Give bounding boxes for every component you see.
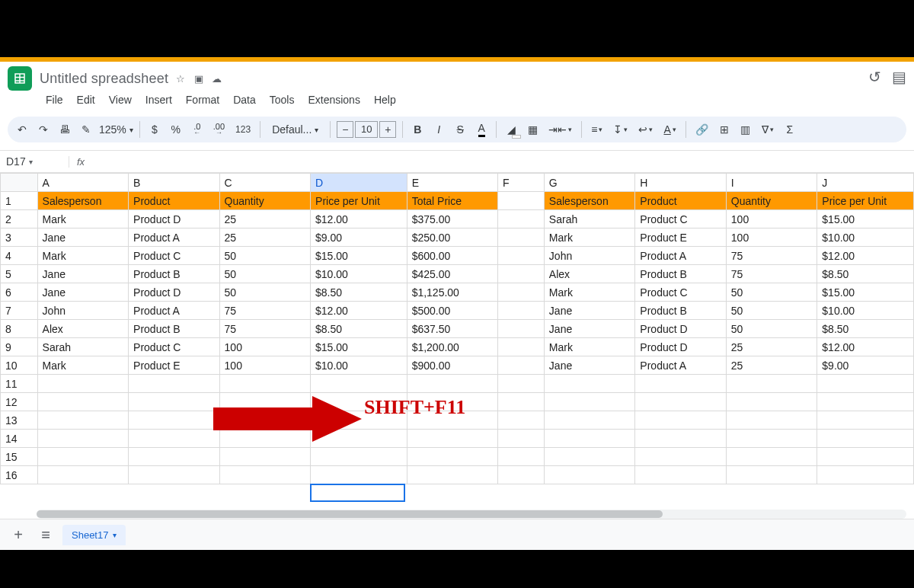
row-header-11[interactable]: 11 [1,375,38,393]
cell-I13[interactable] [726,411,817,430]
cell-E12[interactable] [407,393,497,411]
cell-G3[interactable]: Mark [544,228,634,247]
cell-B5[interactable]: Product B [129,265,219,283]
cell-J4[interactable]: $12.00 [817,247,914,265]
cell-I1[interactable]: Quantity [726,192,817,210]
cell-A7[interactable]: John [37,302,128,320]
cell-A15[interactable] [37,448,128,466]
cell-E8[interactable]: $637.50 [407,320,497,338]
row-header-2[interactable]: 2 [1,210,38,228]
cell-F11[interactable] [498,375,545,393]
undo-icon[interactable]: ↶ [14,120,30,139]
scrollbar-thumb[interactable] [37,510,663,518]
row-header-12[interactable]: 12 [1,393,38,411]
column-header-I[interactable]: I [726,174,817,192]
cell-B1[interactable]: Product [129,192,219,210]
cell-G10[interactable]: Jane [544,356,634,375]
move-to-drive-icon[interactable]: ▣ [194,73,203,85]
cell-C4[interactable]: 50 [219,247,310,265]
cell-D15[interactable] [311,448,407,466]
horizontal-align-button[interactable]: ≡▾ [588,120,606,139]
cell-F5[interactable] [498,265,545,283]
row-header-5[interactable]: 5 [1,265,38,283]
cell-H1[interactable]: Product [635,192,726,210]
cell-I12[interactable] [726,393,817,411]
cell-H14[interactable] [635,430,726,448]
cell-J15[interactable] [817,448,914,466]
cell-D13[interactable] [311,411,407,430]
cell-A5[interactable]: Jane [37,265,128,283]
cell-I11[interactable] [726,375,817,393]
cell-I8[interactable]: 50 [726,320,817,338]
cell-E4[interactable]: $600.00 [407,247,497,265]
cell-I16[interactable] [726,466,817,484]
cell-F2[interactable] [498,210,545,228]
font-family-dropdown[interactable]: Defaul... ▾ [267,123,324,136]
cell-I9[interactable]: 25 [726,338,817,356]
cell-G8[interactable]: Jane [544,320,634,338]
cell-B8[interactable]: Product B [129,320,219,338]
cell-E9[interactable]: $1,200.00 [407,338,497,356]
cell-A2[interactable]: Mark [37,210,128,228]
formula-input[interactable] [92,157,914,166]
cell-C12[interactable] [219,393,310,411]
row-header-4[interactable]: 4 [1,247,38,265]
cell-F15[interactable] [498,448,545,466]
column-header-C[interactable]: C [219,174,310,192]
row-header-8[interactable]: 8 [1,320,38,338]
text-color-button[interactable]: A [473,120,490,139]
cell-E5[interactable]: $425.00 [407,265,497,283]
column-header-D[interactable]: D [311,174,407,192]
row-header-13[interactable]: 13 [1,411,38,430]
cell-C10[interactable]: 100 [219,356,310,375]
cell-B14[interactable] [129,430,219,448]
cell-F3[interactable] [498,228,545,247]
cell-C6[interactable]: 50 [219,283,310,302]
spreadsheet-grid[interactable]: ABCDEFGHIJ1SalespersonProductQuantityPri… [0,173,914,519]
cell-H12[interactable] [635,393,726,411]
cell-B13[interactable] [129,411,219,430]
cell-B11[interactable] [129,375,219,393]
cell-H16[interactable] [635,466,726,484]
cell-C14[interactable] [219,430,310,448]
cell-J5[interactable]: $8.50 [817,265,914,283]
cell-G4[interactable]: John [544,247,634,265]
cell-D3[interactable]: $9.00 [311,228,407,247]
bold-button[interactable]: B [409,120,426,139]
cell-D6[interactable]: $8.50 [311,283,407,302]
cell-A10[interactable]: Mark [37,356,128,375]
cell-H2[interactable]: Product C [635,210,726,228]
row-header-6[interactable]: 6 [1,283,38,302]
cell-G1[interactable]: Salesperson [544,192,634,210]
cell-J11[interactable] [817,375,914,393]
cell-H4[interactable]: Product A [635,247,726,265]
cell-C11[interactable] [219,375,310,393]
cell-C1[interactable]: Quantity [219,192,310,210]
cell-E1[interactable]: Total Price [407,192,497,210]
cell-H10[interactable]: Product A [635,356,726,375]
menu-file[interactable]: File [40,91,69,109]
document-title[interactable]: Untitled spreadsheet [40,71,168,87]
cell-C13[interactable] [219,411,310,430]
cell-A11[interactable] [37,375,128,393]
text-rotate-button[interactable]: A▾ [660,120,679,139]
cell-D5[interactable]: $10.00 [311,265,407,283]
cell-E3[interactable]: $250.00 [407,228,497,247]
add-sheet-button[interactable]: + [8,524,29,545]
cell-G15[interactable] [544,448,634,466]
cell-D9[interactable]: $15.00 [311,338,407,356]
functions-button[interactable]: Σ [781,120,798,139]
cell-C7[interactable]: 75 [219,302,310,320]
row-header-10[interactable]: 10 [1,356,38,375]
cell-I3[interactable]: 100 [726,228,817,247]
cell-D12[interactable] [311,393,407,411]
select-all-corner[interactable] [1,174,38,192]
name-box[interactable]: D17 ▾ [0,151,69,172]
row-header-1[interactable]: 1 [1,192,38,210]
cell-C8[interactable]: 75 [219,320,310,338]
cell-A14[interactable] [37,430,128,448]
cell-H7[interactable]: Product B [635,302,726,320]
insert-chart-button[interactable]: ▥ [737,120,754,139]
paint-format-icon[interactable]: ✎ [78,120,94,139]
cell-D11[interactable] [311,375,407,393]
